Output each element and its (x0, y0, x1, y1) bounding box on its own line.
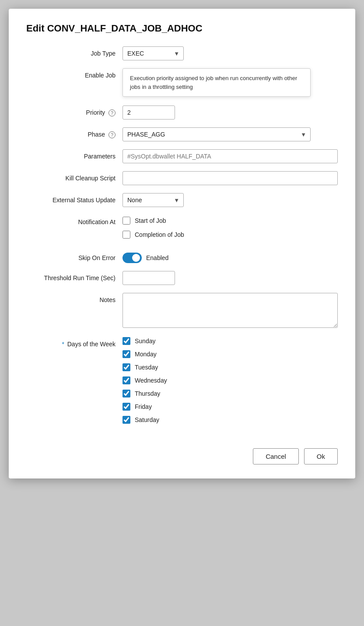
start-of-job-row: Start of Job (122, 217, 338, 225)
day-monday-row: Monday (122, 350, 338, 358)
external-status-control: None Success Failure Always ▼ (122, 193, 338, 207)
sunday-label: Sunday (135, 338, 155, 345)
completion-of-job-checkbox[interactable] (122, 231, 130, 239)
completion-of-job-label: Completion of Job (135, 231, 184, 238)
threshold-control (122, 271, 338, 285)
notification-label: Notification At (26, 215, 122, 225)
saturday-label: Saturday (135, 416, 159, 423)
phase-select-wrapper: PHASE_AGG PHASE_1 PHASE_2 ▼ (122, 127, 311, 141)
enable-job-control: Execution priority assigned to job when … (122, 68, 338, 98)
day-thursday-row: Thursday (122, 390, 338, 397)
footer-buttons: Cancel Ok (26, 441, 338, 464)
kill-cleanup-label: Kill Cleanup Script (26, 171, 122, 182)
kill-cleanup-row: Kill Cleanup Script (26, 171, 338, 185)
day-saturday-row: Saturday (122, 416, 338, 424)
threshold-row: Threshold Run Time (Sec) (26, 271, 338, 285)
job-type-select-wrapper: EXEC SQL SHELL ▼ (122, 46, 184, 60)
day-friday-row: Friday (122, 403, 338, 411)
enable-job-tooltip: Execution priority assigned to job when … (122, 68, 311, 97)
saturday-checkbox[interactable] (122, 416, 130, 424)
skip-on-error-enabled-label: Enabled (146, 254, 168, 261)
day-sunday-row: Sunday (122, 337, 338, 345)
parameters-row: Parameters (26, 149, 338, 163)
edit-modal: Edit CONV_HALF_DATA_JOB_ADHOC Job Type E… (9, 9, 355, 478)
monday-label: Monday (135, 351, 157, 358)
kill-cleanup-control (122, 171, 338, 185)
phase-control: PHASE_AGG PHASE_1 PHASE_2 ▼ (122, 127, 338, 141)
priority-row: Priority ? (26, 106, 338, 120)
required-star: * (62, 341, 64, 348)
skip-on-error-toggle-container: Enabled (122, 251, 338, 263)
notification-row: Notification At Start of Job Completion … (26, 215, 338, 243)
thursday-label: Thursday (135, 390, 160, 397)
parameters-control (122, 149, 338, 163)
toggle-slider (122, 253, 142, 263)
sunday-checkbox[interactable] (122, 337, 130, 345)
monday-checkbox[interactable] (122, 350, 130, 358)
notification-control: Start of Job Completion of Job (122, 215, 338, 243)
external-status-row: External Status Update None Success Fail… (26, 193, 338, 207)
days-of-week-row: * Days of the Week Sunday Monday Tuesday… (26, 337, 338, 428)
phase-select[interactable]: PHASE_AGG PHASE_1 PHASE_2 (122, 127, 311, 141)
skip-on-error-toggle[interactable] (122, 253, 142, 263)
threshold-label: Threshold Run Time (Sec) (26, 271, 122, 281)
modal-title: Edit CONV_HALF_DATA_JOB_ADHOC (26, 23, 338, 34)
wednesday-label: Wednesday (135, 377, 167, 384)
days-of-week-label: * Days of the Week (26, 337, 122, 348)
phase-row: Phase ? PHASE_AGG PHASE_1 PHASE_2 ▼ (26, 127, 338, 141)
friday-checkbox[interactable] (122, 403, 130, 411)
wednesday-checkbox[interactable] (122, 376, 130, 384)
parameters-label: Parameters (26, 149, 122, 160)
thursday-checkbox[interactable] (122, 390, 130, 397)
skip-on-error-control: Enabled (122, 251, 338, 263)
notes-row: Notes (26, 293, 338, 329)
skip-on-error-label: Skip On Error (26, 251, 122, 261)
days-of-week-control: Sunday Monday Tuesday Wednesday Thursday… (122, 337, 338, 428)
notes-control (122, 293, 338, 329)
day-tuesday-row: Tuesday (122, 363, 338, 371)
parameters-input[interactable] (122, 149, 338, 163)
priority-label: Priority ? (26, 106, 122, 116)
notes-textarea[interactable] (122, 293, 338, 328)
enable-job-row: Enable Job Execution priority assigned t… (26, 68, 338, 98)
completion-of-job-row: Completion of Job (122, 231, 338, 239)
friday-label: Friday (135, 403, 152, 410)
job-type-label: Job Type (26, 46, 122, 57)
skip-on-error-row: Skip On Error Enabled (26, 251, 338, 263)
job-type-select[interactable]: EXEC SQL SHELL (122, 46, 184, 60)
phase-help-icon[interactable]: ? (108, 131, 116, 138)
start-of-job-checkbox[interactable] (122, 217, 130, 225)
external-status-select-wrapper: None Success Failure Always ▼ (122, 193, 184, 207)
notes-label: Notes (26, 293, 122, 303)
start-of-job-label: Start of Job (135, 217, 166, 224)
enable-job-label: Enable Job (26, 68, 122, 79)
priority-input[interactable] (122, 106, 175, 120)
kill-cleanup-input[interactable] (122, 171, 338, 185)
tuesday-label: Tuesday (135, 364, 158, 371)
priority-control (122, 106, 338, 120)
phase-label: Phase ? (26, 127, 122, 138)
tuesday-checkbox[interactable] (122, 363, 130, 371)
ok-button[interactable]: Ok (304, 448, 338, 464)
job-type-row: Job Type EXEC SQL SHELL ▼ (26, 46, 338, 60)
day-wednesday-row: Wednesday (122, 376, 338, 384)
priority-help-icon[interactable]: ? (108, 109, 116, 116)
threshold-input[interactable] (122, 271, 175, 285)
external-status-select[interactable]: None Success Failure Always (122, 193, 184, 207)
external-status-label: External Status Update (26, 193, 122, 204)
cancel-button[interactable]: Cancel (253, 448, 299, 464)
job-type-control: EXEC SQL SHELL ▼ (122, 46, 338, 60)
